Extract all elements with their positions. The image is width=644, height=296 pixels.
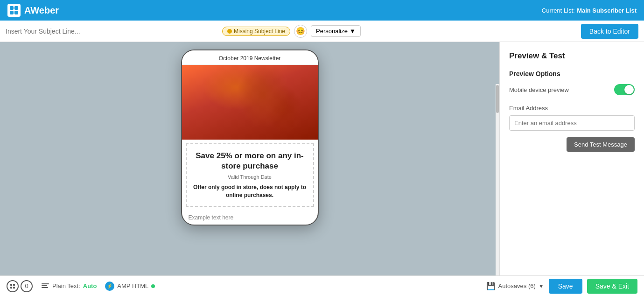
email-address-input[interactable] [509,115,635,131]
save-button[interactable]: Save [549,279,582,294]
emoji-icon: 😊 [296,27,305,35]
amp-dot-indicator [151,284,155,288]
preview-options-label: Preview Options [509,70,635,78]
mobile-preview-label: Mobile device preview [509,86,569,93]
autosaves-chevron-icon: ▼ [539,283,544,289]
leaf-background [182,65,318,140]
plain-text-area: Plain Text: Auto [41,282,97,290]
subject-bar: Missing Subject Line 😊 Personalize ▼ Bac… [0,21,644,42]
plain-text-value: Auto [83,282,97,289]
save-exit-button[interactable]: Save & Exit [587,279,637,294]
sidebar-title: Preview & Test [509,51,635,61]
missing-subject-badge: Missing Subject Line [222,27,290,36]
missing-badge-dot [227,29,232,34]
mobile-preview-toggle[interactable] [614,84,635,95]
email-example-text: Example text here [182,211,318,225]
main-content: October 2019 Newsletter Save 25% or more… [0,42,644,275]
send-test-message-button[interactable]: Send Test Message [567,137,635,152]
coupon-box: Save 25% or more on any in-store purchas… [186,143,314,207]
current-list-label: Current List: [542,7,575,14]
bottom-icon-2[interactable]: 0 [21,280,33,292]
svg-rect-0 [10,6,14,10]
bottom-icons: 0 [7,280,33,292]
svg-rect-8 [42,283,49,284]
personalize-button[interactable]: Personalize ▼ [311,25,361,37]
toggle-knob [624,85,634,94]
coupon-valid-through: Valid Through Date [191,174,308,180]
email-title: October 2019 Newsletter [182,50,318,65]
top-bar: AWeber Current List: Main Subscriber Lis… [0,0,644,21]
svg-rect-2 [10,11,14,14]
plain-text-icon [41,282,49,290]
personalize-chevron-icon: ▼ [350,28,356,35]
svg-rect-9 [42,285,47,286]
bottom-icon-1[interactable] [7,280,19,292]
current-list-name: Main Subscriber List [577,7,637,14]
logo-area: AWeber [7,4,59,17]
autosaves-area[interactable]: 💾 Autosaves (6) ▼ [486,282,544,290]
plain-text-label: Plain Text: [52,282,80,289]
amp-html-label: AMP HTML [117,282,148,289]
email-hero-image [182,65,318,140]
back-to-editor-button[interactable]: Back to Editor [581,24,638,39]
coupon-headline: Save 25% or more on any in-store purchas… [191,151,308,171]
logo-text: AWeber [24,5,59,16]
scroll-track[interactable] [496,84,499,275]
preview-area: October 2019 Newsletter Save 25% or more… [0,42,499,275]
svg-rect-3 [14,11,18,14]
email-address-label: Email Address [509,105,635,112]
amp-icon: ⚡ [105,282,114,291]
svg-rect-6 [10,287,12,289]
bottom-left-area: 0 Plain Text: Auto ⚡ AMP HTML [7,280,155,292]
bottom-right-area: 💾 Autosaves (6) ▼ Save Save & Exit [486,279,637,294]
emoji-button[interactable]: 😊 [294,25,307,38]
svg-rect-5 [13,284,15,286]
current-list-info: Current List: Main Subscriber List [542,6,637,14]
personalize-label: Personalize [316,28,348,35]
coupon-fine-print: Offer only good in store, does not apply… [191,183,308,199]
cloud-icon: 💾 [486,282,496,290]
mobile-preview-option-row: Mobile device preview [509,84,635,95]
scroll-thumb [496,85,499,113]
aweber-logo-icon [7,4,21,17]
autosaves-label: Autosaves (6) [498,282,536,289]
mobile-device-frame: October 2019 Newsletter Save 25% or more… [181,49,319,226]
svg-rect-4 [10,284,12,286]
bottom-bar: 0 Plain Text: Auto ⚡ AMP HTML 💾 Autosave… [0,275,644,296]
right-sidebar: Preview & Test Preview Options Mobile de… [499,42,644,275]
svg-rect-1 [14,6,18,10]
svg-rect-10 [42,287,48,288]
missing-badge-text: Missing Subject Line [234,28,285,35]
amp-area: ⚡ AMP HTML [105,282,155,291]
subject-input[interactable] [6,28,218,35]
svg-rect-7 [13,287,15,289]
